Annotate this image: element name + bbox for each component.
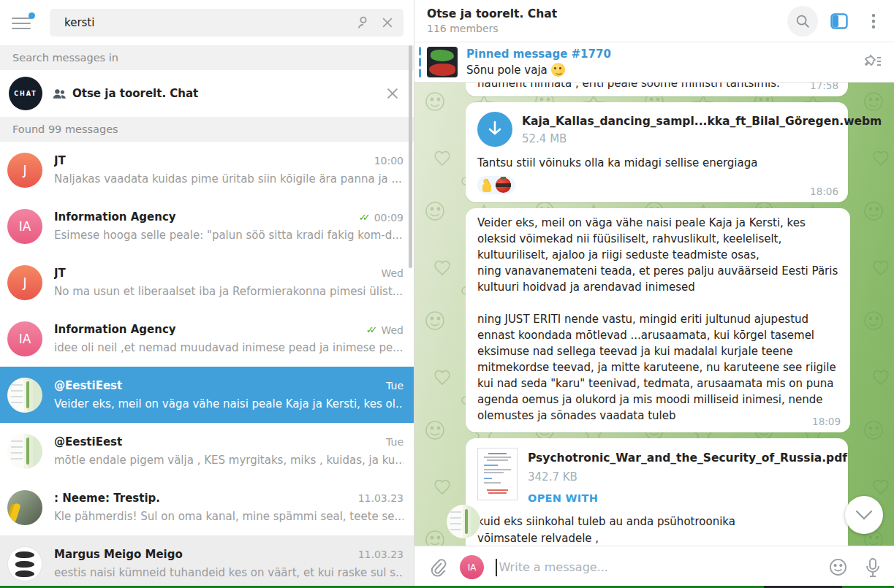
result-sender-name: JT [54, 267, 381, 280]
download-file-button[interactable] [477, 112, 512, 147]
result-time: Wed [381, 267, 404, 279]
text-cursor [496, 559, 497, 576]
thumbs-up-emoji [481, 178, 496, 193]
microphone-icon [865, 557, 881, 578]
message-text: Veider eks, meil on väga vähe naisi peal… [477, 215, 838, 426]
send-as-avatar[interactable]: IA [460, 555, 484, 579]
result-time: 11.03.23 [358, 549, 404, 560]
file-size: 52.4 MB [522, 132, 882, 145]
search-by-user-icon[interactable] [355, 15, 371, 31]
avatar: J [7, 153, 42, 188]
pinned-indicator [419, 46, 421, 78]
pinned-message-bar[interactable]: Pinned message #1770 Sõnu pole vaja [414, 42, 894, 83]
scroll-to-bottom-button[interactable] [845, 496, 883, 534]
result-sender-name: Margus Meigo Meigo [54, 548, 358, 561]
reactions[interactable] [477, 176, 515, 194]
result-preview: Naljakas vaadata kuidas pime üritab siin… [54, 172, 404, 186]
emoji-picker-button[interactable] [829, 558, 847, 576]
search-result-row[interactable]: J JT 10:00 Naljakas vaadata kuidas pime … [0, 142, 414, 198]
result-time: Tue [386, 436, 404, 448]
toggle-sidebar-button[interactable] [824, 6, 855, 37]
pdf-preview-thumbnail[interactable] [477, 448, 518, 500]
result-sender-name: @EestiEest [54, 379, 386, 392]
search-scope-chip[interactable]: CHAT Otse ja toorelt. Chat [0, 70, 414, 117]
message-input[interactable]: Write a message... [499, 560, 830, 574]
main-menu-icon[interactable] [12, 14, 34, 31]
chevron-down-icon [855, 510, 873, 520]
message-composer[interactable]: IA Write a message... [414, 546, 894, 588]
search-query-text: kersti [64, 16, 355, 29]
search-result-row[interactable]: J JT Wed No ma usun et liberaalset iba j… [0, 254, 414, 310]
pinned-thumbnail [427, 47, 458, 77]
search-result-row[interactable]: IA Information Agency ✓✓Wed idee oli nei… [0, 310, 414, 367]
paperclip-icon [429, 558, 447, 577]
tomato-emoji [496, 177, 511, 193]
pin-list-icon [863, 53, 882, 71]
sidebar-topbar: kersti [0, 0, 414, 45]
message-text: kuid eks siinkohal tuleb au anda psühotr… [477, 513, 792, 546]
sidebar-scrollbar[interactable] [409, 45, 412, 268]
result-preview: Kle pähmerdis! Sul on oma kanal, mine sp… [54, 510, 404, 523]
result-preview: Veider eks, meil on väga vähe naisi peal… [54, 397, 404, 411]
result-preview: No ma usun et liberaalset iba ja Reformi… [54, 285, 404, 298]
panel-layout-icon [830, 13, 848, 29]
read-checks-icon: ✓✓ [366, 324, 379, 335]
chat-pane: Otse ja toorelt. Chat 116 members Pinned… [414, 0, 894, 588]
search-result-row[interactable]: : Neeme: Trestip. 11.03.23 Kle pähmerdis… [0, 479, 414, 535]
search-result-row-selected[interactable]: @EestiEest Tue Veider eks, meil on väga … [0, 367, 414, 423]
result-time: 10:00 [374, 155, 404, 167]
telegram-app: kersti Search messages in CHAT Otse ja t… [0, 0, 894, 588]
remove-scope-icon[interactable] [385, 85, 401, 102]
message-bubble-document[interactable]: Psychotronic_War_and_the_Security_of_Rus… [466, 438, 848, 546]
avatar: IA [7, 209, 42, 244]
chat-avatar: CHAT [9, 77, 42, 110]
result-time: Wed [381, 324, 404, 336]
search-input[interactable]: kersti [50, 9, 404, 37]
result-sender-name: Information Agency [54, 210, 359, 224]
result-sender-name: : Neeme: Trestip. [54, 492, 358, 505]
group-icon [53, 88, 67, 99]
smiley-icon [829, 558, 847, 576]
result-sender-name: JT [54, 154, 374, 167]
avatar: J [7, 265, 42, 300]
file-name[interactable]: Psychotronic_War_and_the_Security_of_Rus… [528, 448, 847, 465]
open-with-button[interactable]: OPEN WITH [528, 492, 847, 504]
chat-header[interactable]: Otse ja toorelt. Chat 116 members [414, 0, 894, 42]
voice-record-button[interactable] [865, 557, 881, 578]
message-bubble-file[interactable]: Kaja_Kallas_dancing_sampl...kka_ft_Bilal… [466, 102, 848, 202]
result-preview: idee oli neil ,et nemad muudavad inimese… [54, 341, 404, 354]
chat-title: Otse ja toorelt. Chat [427, 7, 787, 20]
message-time: 18:09 [812, 416, 841, 427]
search-result-row[interactable]: Margus Meigo Meigo 11.03.23 eestis naisi… [0, 535, 414, 588]
message-bubble-text[interactable]: Veider eks, meil on väga vähe naisi peal… [466, 208, 850, 433]
chat-members-count: 116 members [427, 23, 787, 34]
section-header-found: Found 99 messages [0, 117, 414, 142]
sender-avatar[interactable] [447, 505, 480, 538]
search-result-row[interactable]: @EestiEest Tue mõtle endale pigem välja … [0, 423, 414, 479]
search-result-row[interactable]: IA Information Agency ✓✓00:09 Esimese ho… [0, 198, 414, 254]
scope-chat-title: Otse ja toorelt. Chat [72, 87, 198, 100]
avatar [7, 434, 42, 469]
clear-search-icon[interactable] [380, 15, 395, 30]
result-sender-name: Information Agency [54, 323, 366, 336]
kebab-menu-icon [872, 14, 875, 28]
message-bubble-clipped[interactable]: naument hinnata , eriti peale soome mini… [466, 83, 848, 96]
pinned-text: Sõnu pole vaja [466, 64, 548, 77]
message-text: naument hinnata , eriti peale soome mini… [477, 83, 836, 90]
search-sidebar: kersti Search messages in CHAT Otse ja t… [0, 0, 414, 588]
chat-search-button[interactable] [787, 6, 818, 37]
message-time: 18:06 [810, 186, 838, 197]
attach-file-button[interactable] [429, 558, 447, 577]
message-history[interactable]: naument hinnata , eriti peale soome mini… [414, 83, 894, 546]
read-checks-icon: ✓✓ [359, 212, 371, 223]
result-preview: Esimese hooga selle peale: "palun söö si… [54, 229, 404, 242]
result-sender-name: @EestiEest [54, 435, 386, 448]
menu-badge-dot [29, 12, 35, 19]
pinned-list-button[interactable] [863, 53, 882, 71]
file-size: 342.7 KB [528, 470, 847, 484]
chat-menu-button[interactable] [860, 6, 887, 37]
message-text: Tantsu stiil võinuks olla ka midagi sell… [477, 156, 836, 172]
avatar [7, 490, 42, 525]
file-name[interactable]: Kaja_Kallas_dancing_sampl...kka_ft_Bilal… [522, 112, 882, 129]
result-time: 00:09 [374, 212, 404, 224]
